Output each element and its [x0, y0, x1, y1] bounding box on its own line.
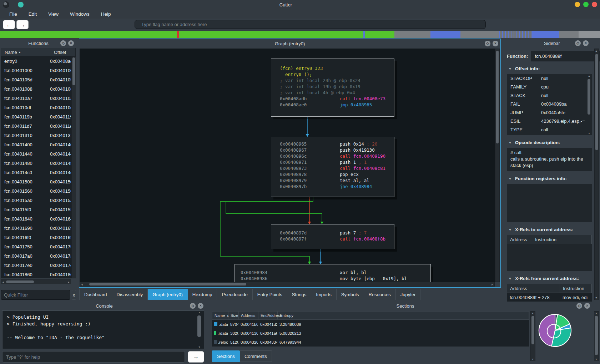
close-icon[interactable]: × [584, 303, 590, 309]
function-row[interactable]: fcn.004017e00x004017e0 [1, 261, 76, 270]
function-row[interactable]: fcn.004010880x00401088 [1, 84, 76, 93]
scrollbar-thumb[interactable] [531, 316, 534, 344]
forward-button[interactable]: → [16, 20, 29, 29]
column-header-size[interactable]: Size [228, 312, 239, 319]
menu-item-view[interactable]: View [42, 9, 64, 19]
xrefs-from-header[interactable]: ▼ X-Refs from current address: [508, 276, 592, 281]
sections-column-header[interactable]: Name▲ Size Address EndAddress Entropy [212, 311, 529, 320]
console-submit-button[interactable]: → [188, 351, 204, 363]
function-row[interactable]: fcn.004016f00x004016f0 [1, 233, 76, 242]
quick-filter-close-button[interactable]: x [72, 290, 76, 300]
tab-symbols[interactable]: Symbols [337, 289, 364, 300]
sections-table-scrollbar[interactable]: ▲ ▼ [530, 311, 535, 361]
offset-info-row[interactable]: FAIL0x004089ba [507, 100, 592, 108]
function-row[interactable]: fcn.004014400x00401440 [1, 149, 76, 158]
offset-info-row[interactable]: FAMILYcpu [507, 82, 592, 91]
bottom-tab-comments[interactable]: Comments [240, 350, 272, 362]
column-header-entropy[interactable]: Entropy [278, 312, 307, 319]
close-button[interactable] [592, 2, 597, 7]
graph-block-b1[interactable]: (fcn) entry0 323 entry0 ();; var int loc… [271, 59, 394, 117]
graph-canvas[interactable]: (fcn) entry0 323 entry0 ();; var int loc… [80, 49, 495, 282]
scroll-right-icon[interactable]: ► [67, 281, 70, 283]
column-header-name[interactable]: Name ▲ [1, 48, 50, 56]
maximize-button[interactable] [583, 2, 589, 7]
section-row[interactable]: .reloc51200x004320000x004334006.47993944 [212, 338, 529, 347]
functions-horizontal-scrollbar[interactable]: ◄ ► [1, 279, 71, 284]
xrefs-col-instruction[interactable]: Instruction [532, 235, 591, 244]
graph-vertical-scrollbar[interactable] [495, 49, 500, 282]
sections-panel-scrollbar[interactable]: ▲ ▼ [594, 311, 599, 361]
memory-map-bar[interactable] [0, 31, 600, 38]
function-row[interactable]: fcn.004014c00x004014c0 [1, 168, 76, 177]
scrollbar-thumb[interactable] [588, 79, 590, 115]
function-row[interactable]: fcn.004013100x00401310 [1, 131, 76, 140]
function-row[interactable]: fcn.004015f00x004015f0 [1, 205, 76, 214]
tab-hexdump[interactable]: Hexdump [188, 289, 217, 300]
menu-item-file[interactable]: File [4, 9, 23, 19]
tab-dashboard[interactable]: Dashboard [79, 289, 112, 300]
scroll-left-icon[interactable]: ◄ [81, 283, 83, 286]
xrefs-col-address[interactable]: Address [507, 235, 532, 244]
scroll-right-icon[interactable]: ► [491, 283, 494, 286]
graph-block-b4[interactable]: 0x00408984xor bl, bl0x00408986mov byte [… [235, 264, 431, 282]
column-header-offset[interactable]: Offset [50, 48, 76, 56]
function-row[interactable]: fcn.004011d70x004011d7 [1, 121, 76, 131]
quick-filter-input[interactable] [1, 290, 70, 300]
sidebar-scrollbar[interactable]: ▲ ▼ [594, 49, 599, 300]
offset-info-scrollbar[interactable]: ▲ ▼ [587, 75, 591, 135]
function-row[interactable]: fcn.004016900x00401690 [1, 223, 76, 233]
close-icon[interactable]: × [493, 41, 498, 46]
offset-info-row[interactable]: TYPEcall [507, 125, 592, 134]
graph-block-b3[interactable]: 0x0040897dpush 7 ; 70x0040897fcall fcn.0… [271, 224, 394, 249]
undock-icon[interactable]: ◇ [576, 303, 582, 309]
column-header-endaddress[interactable]: EndAddress [258, 312, 278, 319]
tab-graph-entry0-[interactable]: Graph (entry0) [148, 289, 188, 300]
undock-icon[interactable]: ◇ [485, 41, 490, 46]
menu-item-edit[interactable]: Edit [23, 9, 42, 19]
function-row[interactable]: fcn.0040119b0x0040119b [1, 112, 76, 121]
offset-info-row[interactable]: JUMP0x0040a5fe [507, 108, 592, 117]
bottom-tab-sections[interactable]: Sections [212, 350, 240, 362]
undock-icon[interactable]: ◇ [60, 40, 66, 46]
console-scrollbar[interactable]: ▲ ▼ [197, 311, 201, 348]
function-row[interactable]: fcn.004018600x00401860 [1, 270, 76, 278]
console-command-input[interactable] [2, 351, 185, 363]
section-row[interactable]: .data87040x0041b0000x0041d2003.28480039 [212, 320, 529, 329]
fcn-registers-header[interactable]: ▼ Function registers info: [508, 176, 592, 181]
tab-imports[interactable]: Imports [311, 289, 336, 300]
close-icon[interactable]: × [198, 303, 203, 309]
function-row[interactable]: fcn.004015600x00401560 [1, 186, 76, 196]
menu-item-windows[interactable]: Windows [64, 9, 95, 19]
function-row[interactable]: fcn.004014800x00401480 [1, 158, 76, 168]
scrollbar-thumb[interactable] [6, 280, 34, 283]
functions-column-header[interactable]: Name ▲ Offset [1, 48, 76, 56]
function-row[interactable]: entry00x00408adb [1, 56, 76, 66]
scrollbar-thumb[interactable] [197, 315, 201, 337]
close-icon[interactable]: × [583, 40, 589, 46]
section-row[interactable]: .rdata302080x004130000x0041a6005.0832021… [212, 329, 529, 338]
opcode-desc-header[interactable]: ▼ Opcode description: [508, 140, 592, 145]
function-row[interactable]: fcn.004017500x00401750 [1, 242, 76, 251]
tab-entry-points[interactable]: Entry Points [253, 289, 287, 300]
console-output[interactable]: > Populating UI > Finished, happy revers… [2, 310, 204, 349]
function-row[interactable]: fcn.004010000x00401000 [1, 66, 76, 75]
tab-jupyter[interactable]: Jupyter [396, 289, 421, 300]
graph-horizontal-scrollbar[interactable]: ◄ ► [80, 282, 495, 287]
offset-info-row[interactable]: ESIL4236798,eip,4,esp,-= [507, 117, 592, 125]
offset-info-header[interactable]: ▼ Offset info: [508, 66, 592, 71]
offset-info-row[interactable]: STACKnull [507, 91, 592, 100]
function-row[interactable]: fcn.004014000x00401400 [1, 140, 76, 149]
function-row[interactable]: fcn.004015a00x004015a0 [1, 196, 76, 205]
function-row[interactable]: fcn.004010df0x004010df [1, 103, 76, 112]
function-row[interactable]: fcn.004015000x00401500 [1, 177, 76, 186]
scrollbar-thumb[interactable] [595, 54, 598, 150]
scrollbar-thumb[interactable] [72, 57, 75, 85]
tab-strings[interactable]: Strings [287, 289, 311, 300]
scroll-left-icon[interactable]: ◄ [2, 281, 4, 283]
xref-row[interactable]: fcn.0040889f + 278mov edi, edi [507, 293, 592, 302]
function-row[interactable]: fcn.004010a70x004010a7 [1, 93, 76, 103]
menu-item-help[interactable]: Help [95, 9, 117, 19]
function-row[interactable]: fcn.0040105d0x0040105d [1, 75, 76, 84]
tab-resources[interactable]: Resources [364, 289, 396, 300]
undock-icon[interactable]: ◇ [575, 40, 581, 46]
